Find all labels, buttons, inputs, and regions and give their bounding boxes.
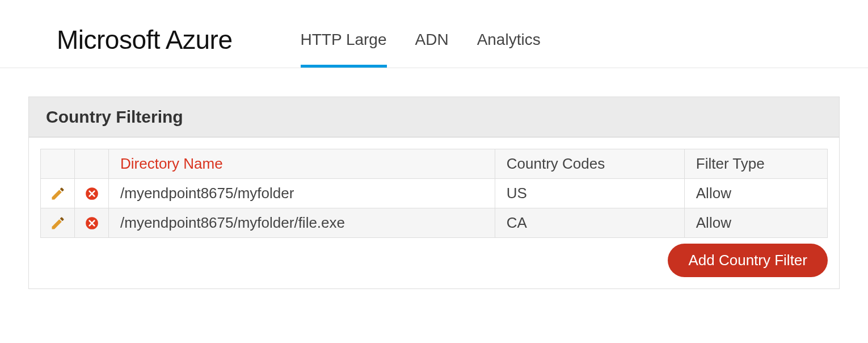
col-delete (75, 149, 109, 179)
table-row: /myendpoint8675/myfolder/file.exe CA All… (41, 208, 828, 238)
cell-directory: /myendpoint8675/myfolder (109, 179, 495, 208)
cell-directory: /myendpoint8675/myfolder/file.exe (109, 208, 495, 238)
tab-http-large[interactable]: HTTP Large (301, 11, 387, 68)
col-filter-type: Filter Type (684, 149, 827, 179)
tab-adn[interactable]: ADN (415, 11, 449, 68)
cell-codes: US (495, 179, 684, 208)
edit-button[interactable] (41, 179, 75, 208)
table-header-row: Directory Name Country Codes Filter Type (41, 149, 828, 179)
col-country-codes: Country Codes (495, 149, 684, 179)
panel-title: Country Filtering (29, 97, 839, 137)
add-country-filter-button[interactable]: Add Country Filter (668, 244, 828, 277)
tabs: HTTP Large ADN Analytics (301, 11, 541, 68)
cell-filter: Allow (684, 179, 827, 208)
pencil-icon (47, 186, 69, 202)
delete-button[interactable] (75, 179, 109, 208)
header: Microsoft Azure HTTP Large ADN Analytics (0, 0, 868, 68)
cell-filter: Allow (684, 208, 827, 238)
table-row: /myendpoint8675/myfolder US Allow (41, 179, 828, 208)
panel-country-filtering: Country Filtering Directory Name Country… (28, 97, 840, 289)
delete-icon (81, 216, 103, 231)
filter-table: Directory Name Country Codes Filter Type (40, 149, 828, 238)
col-edit (41, 149, 75, 179)
delete-icon (81, 186, 103, 201)
col-directory-name[interactable]: Directory Name (109, 149, 495, 179)
panel-body: Directory Name Country Codes Filter Type (29, 137, 839, 288)
logo: Microsoft Azure (57, 24, 233, 55)
delete-button[interactable] (75, 208, 109, 238)
cell-codes: CA (495, 208, 684, 238)
tab-analytics[interactable]: Analytics (477, 11, 541, 68)
edit-button[interactable] (41, 208, 75, 238)
pencil-icon (47, 215, 69, 231)
